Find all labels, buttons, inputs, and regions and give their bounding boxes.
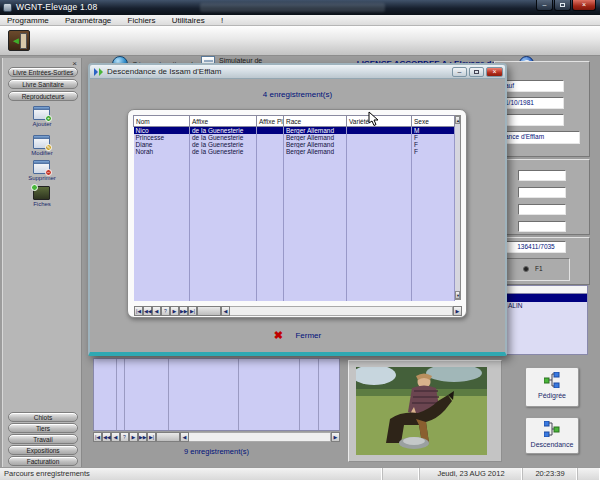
- cell-race[interactable]: Berger Allemand: [284, 134, 347, 141]
- pager-prevpage-button[interactable]: ◀◀: [102, 432, 111, 442]
- middle-field-1[interactable]: [518, 170, 566, 181]
- table-row[interactable]: Princesse de la Guenesterie Berger Allem…: [134, 134, 455, 141]
- middle-field-3[interactable]: [518, 204, 566, 215]
- table-vscrollbar[interactable]: ▲ ▼: [455, 115, 461, 300]
- pager-first-button[interactable]: |◀: [134, 306, 143, 316]
- dialog-minimize-button[interactable]: –: [452, 67, 467, 77]
- menu-parametrage[interactable]: Paramétrage: [58, 15, 118, 26]
- birthdate-field[interactable]: 1/10/1981: [502, 97, 564, 109]
- close-button[interactable]: ×: [572, 0, 596, 11]
- pager-prev-button[interactable]: ◀: [152, 306, 161, 316]
- col-affixe-place[interactable]: Affixe Place: [257, 116, 284, 127]
- sidebar-item-reproducteurs[interactable]: Reproducteurs: [8, 91, 78, 101]
- cell-affixe-place[interactable]: [257, 148, 284, 155]
- hscrollbar-track[interactable]: [230, 306, 453, 316]
- cell-affixe-place[interactable]: [257, 127, 284, 135]
- table-row[interactable]: Nico de la Guenesterie Berger Allemand M: [134, 127, 455, 135]
- edit-icon[interactable]: ✎: [33, 135, 50, 149]
- pager-nextpage-button[interactable]: ▶▶: [138, 432, 147, 442]
- cell-affixe[interactable]: de la Guenesterie: [190, 148, 257, 155]
- sidebar-item-travail[interactable]: Travail: [8, 434, 78, 444]
- radio-icon[interactable]: [523, 266, 529, 272]
- lof-number-field[interactable]: 136411/7035: [506, 241, 566, 253]
- cell-sexe[interactable]: M: [412, 127, 455, 135]
- radio-label[interactable]: F1: [535, 265, 543, 272]
- fermer-button[interactable]: ✖ Fermer: [90, 326, 505, 344]
- cell-nom[interactable]: Princesse: [134, 134, 190, 141]
- col-sexe[interactable]: Sexe: [412, 116, 455, 127]
- descendance-button[interactable]: Descendance: [525, 417, 579, 454]
- menu-fichiers[interactable]: Fichiers: [121, 15, 163, 26]
- pager-next-button[interactable]: ▶: [170, 306, 179, 316]
- add-icon[interactable]: +: [33, 106, 50, 120]
- hscrollbar-left-arrow[interactable]: ◀: [221, 306, 230, 316]
- sidebar-item-chiots[interactable]: Chiots: [8, 412, 78, 422]
- background-list[interactable]: ALIN: [494, 285, 588, 355]
- dialog-titlebar[interactable]: Descendance de Issam d'Efflam – ×: [90, 65, 505, 79]
- delete-icon[interactable]: –: [33, 160, 50, 174]
- list-item[interactable]: ALIN: [495, 302, 587, 310]
- cell-race[interactable]: Berger Allemand: [284, 148, 347, 155]
- menu-utilitaires[interactable]: Utilitaires: [165, 15, 212, 26]
- pedigree-button[interactable]: Pédigrée: [525, 367, 579, 407]
- pager-first-button[interactable]: |◀: [93, 432, 102, 442]
- cell-sexe[interactable]: F: [412, 148, 455, 155]
- sidebar-item-tiers[interactable]: Tiers: [8, 423, 78, 433]
- pager-prev-button[interactable]: ◀: [111, 432, 120, 442]
- cell-nom[interactable]: Norah: [134, 148, 190, 155]
- cell-variete[interactable]: [347, 148, 412, 155]
- cell-affixe-place[interactable]: [257, 141, 284, 148]
- cell-sexe[interactable]: F: [412, 134, 455, 141]
- pager-next-button[interactable]: ▶: [129, 432, 138, 442]
- cell-variete[interactable]: [347, 134, 412, 141]
- hscrollbar-thumb[interactable]: [156, 432, 180, 442]
- pager-last-button[interactable]: ▶|: [147, 432, 156, 442]
- menu-help[interactable]: !: [214, 15, 230, 26]
- pager-goto-button[interactable]: ?: [161, 306, 170, 316]
- identity-field-1[interactable]: auf: [502, 80, 564, 92]
- sidebar-item-expositions[interactable]: Expositions: [8, 445, 78, 455]
- pager-goto-button[interactable]: ?: [120, 432, 129, 442]
- col-variete[interactable]: Variété: [347, 116, 412, 127]
- cell-variete[interactable]: [347, 127, 412, 135]
- middle-field-4[interactable]: [518, 221, 566, 232]
- identity-field-3[interactable]: [502, 114, 564, 126]
- delete-label[interactable]: Supprimer: [17, 175, 67, 181]
- cell-variete[interactable]: [347, 141, 412, 148]
- middle-field-2[interactable]: [518, 187, 566, 198]
- minimize-button[interactable]: –: [536, 0, 553, 11]
- hscrollbar-thumb[interactable]: [197, 306, 221, 316]
- col-affixe[interactable]: Affixe: [190, 116, 257, 127]
- cell-nom[interactable]: Diane: [134, 141, 190, 148]
- exit-button[interactable]: ◄: [8, 30, 30, 51]
- scroll-down-icon[interactable]: ▼: [455, 291, 460, 299]
- background-table[interactable]: [93, 358, 340, 431]
- menu-programme[interactable]: Programme: [0, 15, 56, 26]
- cell-affixe-place[interactable]: [257, 134, 284, 141]
- dialog-maximize-button[interactable]: [469, 67, 484, 77]
- files-icon[interactable]: [33, 186, 50, 200]
- files-label[interactable]: Fiches: [17, 201, 67, 207]
- pager-prevpage-button[interactable]: ◀◀: [143, 306, 152, 316]
- resize-grip[interactable]: [578, 468, 600, 480]
- sidebar-item-facturation[interactable]: Facturation: [8, 456, 78, 466]
- hscrollbar-right-arrow[interactable]: ▶: [331, 432, 340, 442]
- cell-race[interactable]: Berger Allemand: [284, 127, 347, 135]
- dialog-close-button[interactable]: ×: [486, 67, 503, 77]
- descendants-table[interactable]: Nom Affixe Affixe Place Race Variété Sex…: [133, 115, 455, 301]
- dog-name-field[interactable]: ance d'Efflam: [502, 131, 580, 144]
- cell-sexe[interactable]: F: [412, 141, 455, 148]
- col-nom[interactable]: Nom: [134, 116, 190, 127]
- scroll-up-icon[interactable]: ▲: [455, 116, 460, 124]
- edit-label[interactable]: Modifier: [17, 150, 67, 156]
- table-row[interactable]: Diane de la Guenesterie Berger Allemand …: [134, 141, 455, 148]
- maximize-button[interactable]: [554, 0, 571, 11]
- pager-nextpage-button[interactable]: ▶▶: [179, 306, 188, 316]
- table-row[interactable]: Norah de la Guenesterie Berger Allemand …: [134, 148, 455, 155]
- cell-affixe[interactable]: de la Guenesterie: [190, 141, 257, 148]
- hscrollbar-track[interactable]: [189, 432, 331, 442]
- list-selected-row[interactable]: [495, 294, 587, 302]
- cell-affixe[interactable]: de la Guenesterie: [190, 134, 257, 141]
- hscrollbar-left-arrow[interactable]: ◀: [180, 432, 189, 442]
- cell-nom[interactable]: Nico: [134, 127, 190, 135]
